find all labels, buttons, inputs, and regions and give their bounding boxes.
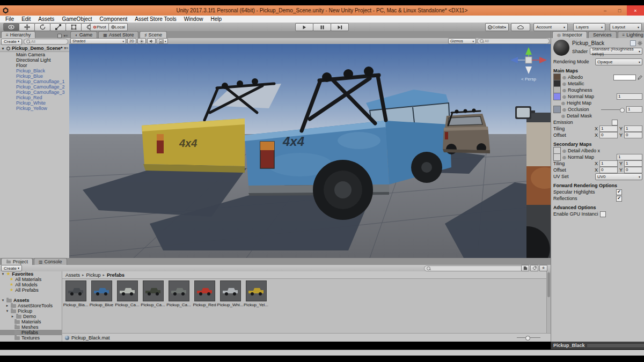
audio-toggle-button[interactable] (147, 38, 156, 44)
local-toggle-button[interactable]: Local (108, 23, 128, 31)
hierarchy-item-pickup-blue[interactable]: Pickup_Blue (0, 73, 69, 79)
breadcrumb-assets[interactable]: Assets (65, 272, 80, 278)
resize-handle[interactable] (587, 344, 644, 348)
help-icon[interactable] (630, 40, 636, 46)
offset-x-field[interactable]: 0 (599, 132, 618, 138)
texture-target-icon[interactable]: ◎ (561, 114, 565, 119)
uv-set-dropdown[interactable]: UV0 ▾ (595, 173, 642, 180)
tree-meshes[interactable]: Meshes (0, 324, 62, 330)
hierarchy-item-pickup-red[interactable]: Pickup_Red (0, 95, 69, 100)
texture-target-icon[interactable]: ◎ (562, 155, 566, 160)
asset-pickup-black[interactable]: Pickup_Bla... (65, 280, 86, 307)
tree-materials[interactable]: Materials (0, 319, 62, 324)
rendering-mode-dropdown[interactable]: Opaque ▾ (595, 58, 642, 65)
secondary-tiling-y-field[interactable]: 1 (624, 160, 642, 167)
shader-dropdown[interactable]: Standard (Roughness setup) ▾ (590, 48, 642, 55)
maximize-button[interactable]: □ (612, 5, 627, 16)
scene-viewport[interactable]: 4x4 (69, 44, 551, 258)
asset-pickup-camouflage-2[interactable]: Pickup_Ca... (143, 280, 163, 307)
step-button[interactable] (331, 23, 349, 31)
breadcrumb-prefabs[interactable]: Prefabs (107, 272, 125, 278)
hierarchy-item-main-camera[interactable]: Main Camera (0, 52, 69, 57)
specular-highlights-checkbox[interactable]: ✔ (616, 189, 622, 195)
occlusion-texture-thumb[interactable] (553, 106, 561, 113)
asset-store-tab[interactable]: ▦ Asset Store (98, 31, 138, 38)
hand-tool-button[interactable] (3, 23, 19, 31)
lock-icon[interactable] (57, 34, 62, 38)
hierarchy-tab[interactable]: ≡ Hierarchy (1, 31, 35, 38)
secondary-normal-value-field[interactable]: 1 (617, 154, 642, 160)
secondary-tiling-x-field[interactable]: 1 (599, 160, 618, 167)
tree-demo[interactable]: ► Demo (0, 314, 62, 319)
hierarchy-item-floor[interactable]: Floor (0, 63, 69, 68)
thumbnail-size-slider[interactable] (517, 335, 540, 340)
menu-asset-store-tools[interactable]: Asset Store Tools (131, 16, 180, 23)
shading-mode-dropdown[interactable]: Shaded ▾ (70, 38, 126, 44)
asset-pickup-red[interactable]: Pickup_Red (194, 280, 215, 307)
hierarchy-item-pickup-camouflage-2[interactable]: Pickup_Camouflage_2 (0, 84, 69, 90)
scene-search-input[interactable]: All (477, 38, 550, 44)
normal-map-value-field[interactable]: 1 (617, 93, 642, 100)
albedo-color-swatch[interactable] (613, 75, 636, 80)
console-tab[interactable]: ▥ Console (34, 258, 67, 265)
services-tab[interactable]: Services (588, 31, 617, 38)
persp-label[interactable]: < Persp (521, 77, 536, 82)
hierarchy-item-directional-light[interactable]: Directional Light (0, 57, 69, 63)
asset-pickup-white[interactable]: Pickup_Whi... (220, 280, 240, 307)
lighting-toggle-button[interactable] (137, 38, 146, 44)
menu-edit[interactable]: Edit (18, 16, 34, 23)
2d-toggle-button[interactable]: 2D (127, 38, 136, 44)
tiling-x-field[interactable]: 1 (599, 125, 618, 132)
hierarchy-create-button[interactable]: Create▾ (1, 39, 22, 45)
expand-arrow-icon[interactable]: ▼ (1, 47, 5, 50)
menu-assets[interactable]: Assets (34, 16, 58, 23)
texture-target-icon[interactable]: ◎ (562, 149, 566, 153)
gpu-instancing-checkbox[interactable] (600, 211, 606, 217)
texture-target-icon[interactable]: ◎ (562, 107, 566, 112)
game-tab[interactable]: ◐ Game (70, 31, 97, 38)
tree-textures[interactable]: Textures (0, 335, 62, 341)
panel-menu-icon[interactable]: ▾≡ (63, 34, 68, 38)
minimize-button[interactable]: – (598, 5, 612, 16)
normal-map-texture-thumb[interactable] (553, 93, 561, 100)
layout-dropdown[interactable]: Layout▾ (610, 23, 642, 31)
hierarchy-item-pickup-camouflage-1[interactable]: Pickup_Camouflage_1 (0, 79, 69, 84)
scale-tool-button[interactable] (50, 23, 66, 31)
asset-pickup-blue[interactable]: Pickup_Blue (91, 280, 112, 307)
hierarchy-item-pickup-black[interactable]: Pickup_Black (0, 68, 69, 73)
inspector-tab[interactable]: ◎ Inspector (552, 31, 587, 38)
texture-target-icon[interactable]: ◎ (561, 101, 565, 106)
rotate-tool-button[interactable] (34, 23, 50, 31)
cloud-button[interactable] (511, 23, 530, 31)
gear-icon[interactable] (638, 41, 642, 46)
breadcrumb-pickup[interactable]: Pickup (86, 272, 101, 278)
gizmos-dropdown[interactable]: Gizmos ▾ (448, 38, 476, 44)
scene-tab[interactable]: ♯ Scene (140, 31, 167, 38)
asset-pickup-camouflage-3[interactable]: Pickup_Ca... (169, 280, 189, 307)
lighting-tab[interactable]: ≡ Lighting (618, 31, 644, 38)
menu-window[interactable]: Window (180, 16, 207, 23)
assets-root[interactable]: ▼ Assets (0, 298, 62, 303)
hierarchy-item-pickup-yellow[interactable]: Pickup_Yellow (0, 106, 69, 111)
play-button[interactable] (295, 23, 313, 31)
project-create-button[interactable]: Create▾ (1, 265, 22, 271)
close-button[interactable]: × (627, 5, 644, 16)
eyedropper-icon[interactable] (638, 75, 642, 80)
tree-prefabs-selected[interactable]: Prefabs (0, 330, 62, 335)
search-by-label-icon[interactable] (530, 265, 538, 271)
hierarchy-search-input[interactable]: All (24, 39, 68, 45)
hierarchy-item-pickup-white[interactable]: Pickup_White (0, 100, 69, 106)
occlusion-value-field[interactable]: 1 (626, 106, 642, 113)
scene-root-row[interactable]: ▼ Pickup_Demo_Scene* ▾≡ (0, 45, 69, 52)
secondary-offset-x-field[interactable]: 0 (599, 167, 618, 173)
asset-pickup-camouflage-1[interactable]: Pickup_Ca... (117, 280, 137, 307)
tree-pickup[interactable]: ▼ Pickup (0, 308, 62, 314)
favorites-all-materials[interactable]: ★ All Materials (0, 277, 62, 282)
project-tab[interactable]: Project (1, 258, 33, 265)
scene-menu-icon[interactable]: ▾≡ (64, 46, 68, 50)
effects-dropdown[interactable]: ▾ (157, 38, 169, 44)
favorites-all-prefabs[interactable]: ★ All Prefabs (0, 287, 62, 293)
asset-grid-scrollbar[interactable] (546, 271, 551, 334)
collab-button[interactable]: Collab▾ (485, 23, 509, 31)
tiling-y-field[interactable]: 1 (624, 125, 642, 132)
